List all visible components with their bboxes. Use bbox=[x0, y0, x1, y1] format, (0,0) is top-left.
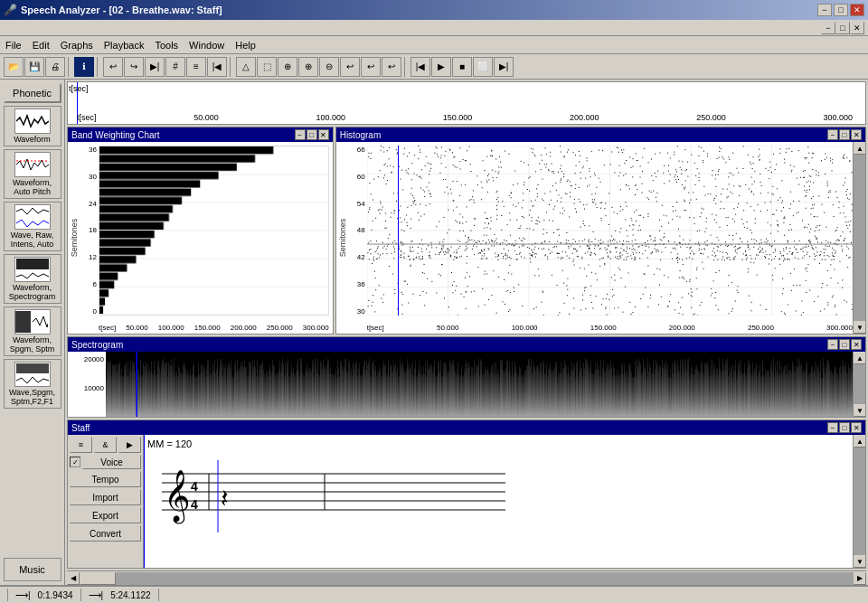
sidebar-item-waveform[interactable]: Waveform bbox=[4, 106, 61, 146]
export-btn[interactable]: Export bbox=[70, 507, 141, 523]
staff-scroll-down[interactable]: ▼ bbox=[854, 555, 866, 568]
overview-bar: t[sec] 50.000 100.000 150.000 200.000 25… bbox=[67, 81, 866, 125]
staff-play-btn[interactable]: ▶ bbox=[118, 437, 141, 453]
hist-win-btns: − □ ✕ bbox=[827, 129, 862, 140]
hist-y-30: 30 bbox=[349, 307, 365, 316]
staff-minimize[interactable]: − bbox=[827, 422, 838, 433]
tb-stop[interactable]: ■ bbox=[452, 57, 472, 77]
menu-tools[interactable]: Tools bbox=[149, 38, 184, 52]
band-x-1: 50.000 bbox=[126, 324, 147, 332]
tb-zoom-redo[interactable]: ↩ bbox=[361, 57, 381, 77]
doc-minimize-btn[interactable]: − bbox=[821, 22, 835, 34]
sidebar-item-wave-spgm-f2f1[interactable]: Wave,Spgm, Sptm,F2,F1 bbox=[4, 359, 61, 409]
doc-close-btn[interactable]: ✕ bbox=[850, 22, 864, 34]
band-weighting-panel: Band Weighting Chart − □ ✕ Semitones bbox=[67, 127, 334, 334]
band-maximize[interactable]: □ bbox=[307, 129, 317, 140]
staff-amp-btn[interactable]: & bbox=[94, 437, 117, 453]
tb-redo[interactable]: ↪ bbox=[124, 57, 144, 77]
spect-minimize[interactable]: − bbox=[827, 339, 838, 350]
tempo-btn[interactable]: Tempo bbox=[70, 471, 141, 487]
import-btn[interactable]: Import bbox=[70, 489, 141, 505]
menu-graphs[interactable]: Graphs bbox=[55, 38, 99, 52]
tb-undo[interactable]: ↩ bbox=[103, 57, 123, 77]
tb-triangle[interactable]: △ bbox=[236, 57, 256, 77]
doc-maximize-btn[interactable]: □ bbox=[835, 22, 850, 34]
spect-scroll-down[interactable]: ▼ bbox=[854, 404, 866, 417]
tb-save[interactable]: 💾 bbox=[24, 57, 44, 77]
h-scroll-right[interactable]: ▶ bbox=[854, 572, 866, 585]
spect-canvas bbox=[106, 352, 853, 417]
spect-maximize[interactable]: □ bbox=[839, 339, 850, 350]
staff-menu-btn[interactable]: ≡ bbox=[70, 437, 92, 453]
waveform-svg bbox=[16, 110, 49, 132]
sidebar-item-waveform-spectrogram[interactable]: Waveform, Spectrogram bbox=[4, 254, 61, 304]
tb-print[interactable]: 🖨 bbox=[45, 57, 65, 77]
staff-close[interactable]: ✕ bbox=[851, 422, 862, 433]
app-close-btn[interactable]: ✕ bbox=[850, 4, 864, 16]
band-y-24: 24 bbox=[80, 200, 97, 208]
status-divider2 bbox=[80, 589, 81, 601]
tb-play-prev[interactable]: |◀ bbox=[410, 57, 430, 77]
wave-raw-svg2 bbox=[16, 218, 49, 228]
svg-text:4: 4 bbox=[191, 497, 198, 512]
hist-scroll-up[interactable]: ▲ bbox=[854, 142, 866, 155]
spect-close[interactable]: ✕ bbox=[851, 339, 862, 350]
h-scrollbar[interactable]: ◀ ▶ bbox=[67, 570, 866, 585]
waveform-autopitch-icon bbox=[14, 152, 51, 177]
hist-minimize[interactable]: − bbox=[827, 129, 838, 140]
app-minimize-btn[interactable]: − bbox=[817, 4, 832, 16]
app-maximize-btn[interactable]: □ bbox=[834, 4, 848, 16]
spectrogram-panel: Spectrogram − □ ✕ 20000 10000 bbox=[67, 336, 866, 418]
menu-help[interactable]: Help bbox=[230, 38, 261, 52]
menu-edit[interactable]: Edit bbox=[27, 38, 55, 52]
tb-hash[interactable]: # bbox=[165, 57, 185, 77]
band-win-btns: − □ ✕ bbox=[295, 129, 329, 140]
spectrogram-content: 20000 10000 bbox=[68, 352, 853, 417]
hist-x-2: 100.000 bbox=[512, 324, 538, 332]
sidebar-item-waveform-autopitch[interactable]: Waveform, Auto Pitch bbox=[4, 149, 61, 199]
tb-info[interactable]: ℹ bbox=[74, 57, 94, 77]
tb-zoom-in[interactable]: ⊕ bbox=[298, 57, 318, 77]
wave-spgm-f2f1-svg2 bbox=[16, 375, 49, 385]
staff-content: MM = 120 𝄞 4 4 bbox=[144, 435, 853, 568]
tb-square2[interactable]: ⊕ bbox=[278, 57, 297, 77]
phonetic-btn[interactable]: Phonetic bbox=[4, 83, 61, 103]
staff-maximize[interactable]: □ bbox=[839, 422, 850, 433]
tb-play-next[interactable]: ▶| bbox=[494, 57, 514, 77]
tb-play[interactable]: ▶ bbox=[431, 57, 451, 77]
spect-scroll-up[interactable]: ▲ bbox=[854, 352, 866, 364]
tb-zoom-undo[interactable]: ↩ bbox=[340, 57, 360, 77]
band-close[interactable]: ✕ bbox=[318, 129, 329, 140]
voice-checkbox[interactable]: ✓ bbox=[70, 457, 80, 467]
h-scroll-left[interactable]: ◀ bbox=[67, 572, 80, 585]
hist-maximize[interactable]: □ bbox=[839, 129, 850, 140]
tb-loop[interactable]: ⬜ bbox=[473, 57, 493, 77]
menu-window[interactable]: Window bbox=[184, 38, 230, 52]
tb-lines[interactable]: ≡ bbox=[186, 57, 206, 77]
sidebar-item-waveform-spgm[interactable]: Waveform, Spgm, Sptm bbox=[4, 306, 61, 356]
hist-scroll-down[interactable]: ▼ bbox=[854, 321, 866, 334]
band-y-axis: 36 30 24 18 12 6 0 bbox=[80, 146, 97, 316]
waveform-spectrogram-label: Waveform, Spectrogram bbox=[6, 283, 59, 301]
sidebar-item-wave-raw[interactable]: Wave, Raw, Intens, Auto bbox=[4, 202, 61, 251]
hist-close[interactable]: ✕ bbox=[851, 129, 862, 140]
voice-btn[interactable]: Voice bbox=[82, 455, 141, 469]
tb-zoom-reset[interactable]: ↩ bbox=[382, 57, 401, 77]
tb-square1[interactable]: ⬚ bbox=[257, 57, 277, 77]
convert-btn[interactable]: Convert bbox=[70, 525, 141, 542]
band-y-30: 30 bbox=[80, 173, 97, 181]
menu-playback[interactable]: Playback bbox=[99, 38, 150, 52]
spect-v-scrollbar[interactable]: ▲ ▼ bbox=[853, 352, 865, 417]
tb-zoom-out[interactable]: ⊖ bbox=[319, 57, 339, 77]
hist-v-scrollbar[interactable]: ▲ ▼ bbox=[853, 142, 865, 334]
h-scroll-thumb[interactable] bbox=[80, 572, 116, 585]
band-minimize[interactable]: − bbox=[295, 129, 306, 140]
menu-file[interactable]: File bbox=[0, 38, 27, 52]
hist-y-axis: 66 60 54 48 42 36 30 bbox=[349, 146, 365, 316]
sidebar-item-music[interactable]: Music bbox=[4, 558, 61, 581]
tb-rec[interactable]: ▶| bbox=[145, 57, 165, 77]
tb-prev[interactable]: |◀ bbox=[207, 57, 227, 77]
staff-v-scrollbar[interactable]: ▲ ▼ bbox=[853, 435, 865, 568]
staff-scroll-up[interactable]: ▲ bbox=[854, 435, 866, 448]
tb-open[interactable]: 📂 bbox=[4, 57, 24, 77]
